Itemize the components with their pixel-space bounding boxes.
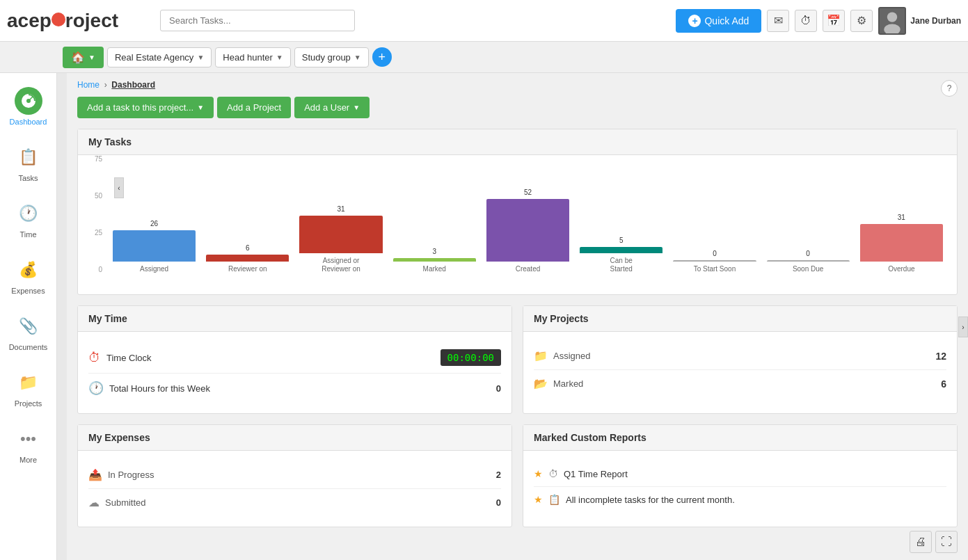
documents-label: Documents — [9, 343, 48, 351]
home-button[interactable]: 🏠 ▼ — [63, 47, 104, 68]
add-user-label: Add a User — [304, 102, 349, 113]
plus-circle-icon: + — [688, 15, 701, 27]
report-row-1[interactable]: ★ ⏱ Q1 Time Report — [534, 461, 946, 487]
total-hours-row: 🕐 Total Hours for this Week 0 — [88, 374, 501, 403]
my-tasks-title: My Tasks — [88, 136, 132, 147]
bar-value-0: 26 — [150, 220, 158, 227]
add-project-nav-button[interactable]: + — [372, 47, 392, 67]
report-row-2[interactable]: ★ 📋 All incomplete tasks for the current… — [534, 487, 946, 512]
expand-icon[interactable]: ⛶ — [935, 531, 958, 553]
sidebar-item-tasks[interactable]: 📋 Tasks — [0, 136, 56, 189]
bar-rect-7 — [767, 260, 850, 262]
breadcrumb-current: Dashboard — [111, 80, 155, 90]
quick-add-button[interactable]: + Quick Add — [676, 9, 761, 33]
my-projects-body: 📁 Assigned 12 📂 Marked 6 — [523, 332, 957, 408]
study-group-label: Study group — [302, 52, 351, 63]
content-area: › Home › Dashboard ? Add a task to this … — [67, 73, 968, 560]
sidebar-item-expenses[interactable]: 💰 Expenses — [0, 249, 56, 302]
sidebar-item-more[interactable]: ••• More — [0, 418, 56, 471]
add-task-label: Add a task to this project... — [87, 102, 193, 113]
my-tasks-header: My Tasks — [78, 129, 957, 155]
sidebar-item-projects[interactable]: 📁 Projects — [0, 362, 56, 415]
expenses-submitted-row[interactable]: ☁ Submitted 0 — [88, 489, 501, 516]
bar-group-2: 31Assigned or Reviewer on — [299, 205, 382, 273]
folder-icon-2: 📂 — [534, 377, 548, 390]
expenses-in-progress-row[interactable]: 📤 In Progress 2 — [88, 461, 501, 489]
submitted-icon: ☁ — [88, 496, 100, 509]
search-input[interactable] — [160, 10, 355, 31]
bar-value-5: 5 — [619, 237, 624, 244]
marked-reports-card: Marked Custom Reports ★ ⏱ Q1 Time Report… — [523, 424, 958, 527]
content-inner: Home › Dashboard ? Add a task to this pr… — [67, 73, 968, 552]
sidebar-item-documents[interactable]: 📎 Documents — [0, 305, 56, 358]
right-panel-collapse[interactable]: › — [958, 317, 968, 337]
dropdown-arrow-1: ▼ — [197, 54, 204, 61]
star-icon-1: ★ — [534, 468, 543, 479]
marked-reports-title: Marked Custom Reports — [534, 432, 646, 443]
time-clock-label-area: ⏱ Time Clock — [88, 351, 152, 365]
my-time-card: My Time ⏱ Time Clock 00:00:00 🕐 — [77, 305, 512, 414]
help-icon[interactable]: ? — [941, 80, 958, 97]
dashboard-icon — [15, 87, 42, 115]
sidebar-item-dashboard[interactable]: Dashboard — [0, 80, 56, 133]
bar-label-1: Reviewer on — [228, 265, 267, 273]
add-task-button[interactable]: Add a task to this project... ▼ — [77, 97, 214, 118]
bar-rect-1 — [206, 255, 289, 262]
bar-rect-5 — [580, 247, 662, 253]
bar-value-2: 31 — [337, 205, 344, 213]
tasks-icon: 📋 — [15, 143, 42, 171]
bar-value-8: 31 — [898, 214, 905, 221]
add-user-arrow: ▼ — [353, 104, 360, 111]
more-icon: ••• — [15, 425, 42, 453]
sidebar-collapse-toggle[interactable]: ‹ — [114, 177, 124, 198]
projects-assigned-label: Assigned — [553, 351, 590, 361]
bar-value-3: 3 — [432, 248, 436, 255]
gear-icon[interactable]: ⚙ — [850, 10, 873, 32]
add-project-label: Add a Project — [227, 102, 281, 113]
dropdown-arrow-2: ▼ — [276, 54, 283, 61]
projects-marked-row[interactable]: 📂 Marked 6 — [534, 370, 946, 397]
action-buttons: Add a task to this project... ▼ Add a Pr… — [77, 97, 958, 118]
bar-rect-4 — [486, 199, 569, 262]
logo-o-circle — [51, 13, 65, 26]
envelope-icon[interactable]: ✉ — [767, 10, 789, 32]
my-expenses-card: My Expenses 📤 In Progress 2 ☁ — [77, 424, 512, 527]
clock-header-icon[interactable]: ⏱ — [795, 10, 817, 32]
study-group-dropdown[interactable]: Study group ▼ — [294, 47, 369, 67]
bar-value-7: 0 — [806, 250, 810, 257]
projects-marked-label: Marked — [553, 378, 583, 389]
calendar-icon[interactable]: 📅 — [823, 10, 845, 32]
bar-value-6: 0 — [713, 250, 717, 257]
breadcrumb-home-link[interactable]: Home — [77, 80, 100, 90]
projects-assigned-row[interactable]: 📁 Assigned 12 — [534, 342, 946, 370]
add-task-arrow: ▼ — [197, 104, 204, 111]
total-hours-label-area: 🕐 Total Hours for this Week — [88, 381, 210, 396]
my-projects-title: My Projects — [534, 313, 589, 324]
breadcrumb: Home › Dashboard ? — [77, 80, 958, 90]
bar-group-8: 31Overdue — [860, 214, 943, 273]
expenses-icon: 💰 — [15, 256, 42, 284]
logo-area: aceproject — [7, 10, 153, 32]
time-clock-row: ⏱ Time Clock 00:00:00 — [88, 342, 501, 374]
in-progress-value: 2 — [496, 470, 501, 480]
user-area: Jane Durban — [878, 7, 961, 35]
home-dropdown-arrow: ▼ — [88, 54, 95, 61]
print-icon[interactable]: 🖨 — [910, 531, 932, 553]
add-user-button[interactable]: Add a User ▼ — [294, 97, 370, 118]
marked-reports-header: Marked Custom Reports — [523, 425, 957, 451]
sidebar-item-time[interactable]: 🕐 Time — [0, 193, 56, 246]
report-clock-icon: ⏱ — [548, 468, 558, 479]
chart-y-labels: 75 50 25 0 — [78, 155, 102, 273]
my-expenses-title: My Expenses — [88, 432, 150, 443]
total-hours-icon: 🕐 — [88, 381, 104, 396]
lower-cards-row-2: My Expenses 📤 In Progress 2 ☁ — [77, 424, 958, 538]
bar-group-3: 3Marked — [393, 248, 476, 273]
head-hunter-dropdown[interactable]: Head hunter ▼ — [215, 47, 290, 67]
real-estate-agency-dropdown[interactable]: Real Estate Agency ▼ — [107, 47, 212, 67]
search-box[interactable] — [160, 10, 355, 31]
bar-rect-8 — [860, 224, 943, 262]
svg-point-1 — [887, 12, 897, 22]
main-layout: Dashboard 📋 Tasks 🕐 Time 💰 Expenses 📎 Do… — [0, 73, 968, 560]
add-project-button[interactable]: Add a Project — [217, 97, 291, 118]
my-expenses-header: My Expenses — [78, 425, 511, 451]
